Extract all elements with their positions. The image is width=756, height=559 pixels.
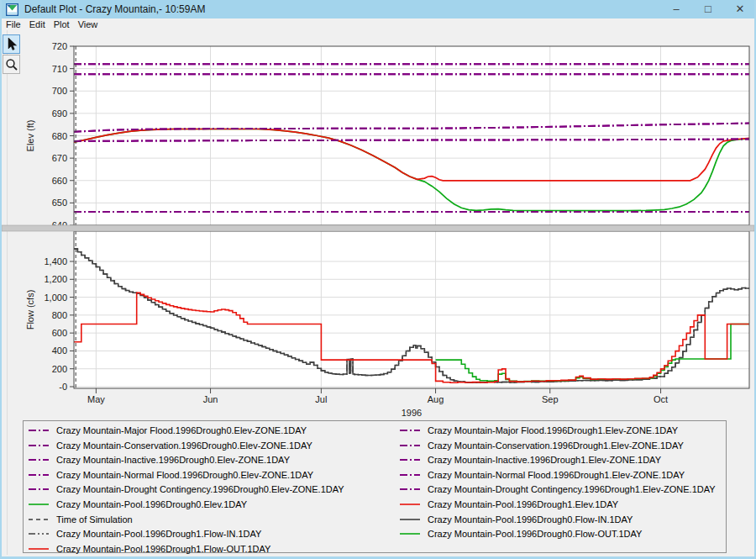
legend-glyph xyxy=(28,544,50,554)
y-tick-label: 700 xyxy=(52,86,67,96)
legend-glyph xyxy=(399,514,421,525)
legend-label: Crazy Mountain-Pool.1996Drough1.Flow-OUT… xyxy=(56,544,270,554)
legend-glyph xyxy=(399,425,421,435)
legend-label: Crazy Mountain-Inactive.1996Drough1.Elev… xyxy=(428,455,661,465)
close-button[interactable]: ✕ xyxy=(724,0,756,18)
y-tick-label: 660 xyxy=(52,176,67,186)
legend-item[interactable]: Crazy Mountain-Conservation.1996Drough1.… xyxy=(399,439,684,452)
legend-item[interactable]: Crazy Mountain-Pool.1996Drough0.Flow-IN.… xyxy=(399,513,633,526)
legend-glyph xyxy=(399,470,421,480)
y-tick-label: 600 xyxy=(52,328,67,338)
menu-bar: FileEditPlotView xyxy=(2,18,754,30)
y-axis-title-flow: Flow (cfs) xyxy=(25,290,35,330)
menu-item-plot[interactable]: Plot xyxy=(50,19,74,29)
legend-panel: Crazy Mountain-Major Flood.1996Drough0.E… xyxy=(23,420,727,553)
legend-label: Crazy Mountain-Inactive.1996Drough0.Elev… xyxy=(56,455,290,465)
legend-glyph xyxy=(28,440,50,451)
legend-glyph xyxy=(28,484,50,494)
legend-item[interactable]: Crazy Mountain-Pool.1996Drough0.Elev.1DA… xyxy=(28,498,247,511)
legend-item[interactable]: Time of Simulation xyxy=(28,513,133,526)
menu-item-view[interactable]: View xyxy=(74,19,102,29)
legend-label: Crazy Mountain-Major Flood.1996Drough0.E… xyxy=(56,425,307,435)
legend-label: Crazy Mountain-Pool.1996Drough1.Flow-IN.… xyxy=(56,529,261,539)
maximize-button[interactable]: □ xyxy=(692,0,724,18)
legend-glyph xyxy=(399,529,421,539)
chart-flow-panel: -02004006008001,0001,2001,400Flow (cfs) xyxy=(25,231,749,392)
legend-item[interactable]: Crazy Mountain-Inactive.1996Drough1.Elev… xyxy=(399,453,661,467)
legend-item[interactable]: Crazy Mountain-Pool.1996Drough0.Flow-OUT… xyxy=(399,527,642,541)
legend-glyph xyxy=(399,499,421,509)
legend-item[interactable]: Crazy Mountain-Major Flood.1996Drough0.E… xyxy=(28,424,307,437)
x-tick-label: Sep xyxy=(542,394,559,404)
y-tick-label: 1,200 xyxy=(44,274,67,284)
legend-glyph xyxy=(28,514,50,525)
y-tick-label: 1,000 xyxy=(44,293,67,303)
legend-label: Crazy Mountain-Pool.1996Drough0.Flow-OUT… xyxy=(428,529,642,539)
y-tick-label: 670 xyxy=(52,153,67,163)
legend-item[interactable]: Crazy Mountain-Pool.1996Drough1.Flow-IN.… xyxy=(28,527,261,541)
legend-item[interactable]: Crazy Mountain-Major Flood.1996Drough1.E… xyxy=(399,424,678,437)
legend-glyph xyxy=(28,529,50,539)
legend-item[interactable]: Crazy Mountain-Normal Flood.1996Drough0.… xyxy=(28,468,313,482)
legend-item[interactable]: Crazy Mountain-Drought Contingency.1996D… xyxy=(399,483,716,496)
y-tick-label: 400 xyxy=(52,345,67,356)
legend-label: Time of Simulation xyxy=(56,514,133,525)
y-tick-label: 690 xyxy=(52,108,67,119)
x-tick-label: Oct xyxy=(654,394,668,404)
legend-item[interactable]: Crazy Mountain-Normal Flood.1996Drough1.… xyxy=(399,468,685,482)
minimize-button[interactable]: – xyxy=(660,0,692,18)
window-title: Default Plot - Crazy Mountain,- 10:59AM xyxy=(24,3,205,15)
y-axis-title-elevation: Elev (ft) xyxy=(25,120,35,152)
x-tick-label: Jun xyxy=(203,394,218,404)
y-tick-label: 720 xyxy=(52,41,67,51)
legend-label: Crazy Mountain-Normal Flood.1996Drough0.… xyxy=(56,470,313,480)
y-tick-label: -0 xyxy=(59,382,67,392)
app-icon xyxy=(6,3,18,16)
y-tick-label: 710 xyxy=(52,64,67,74)
legend-label: Crazy Mountain-Major Flood.1996Drough1.E… xyxy=(428,425,678,435)
legend-glyph xyxy=(399,484,421,494)
y-tick-label: 680 xyxy=(52,131,67,141)
legend-item[interactable]: Crazy Mountain-Pool.1996Drough1.Flow-OUT… xyxy=(28,542,270,556)
window-controls: – □ ✕ xyxy=(660,0,756,18)
x-axis-title: 1996 xyxy=(402,408,422,418)
titlebar: Default Plot - Crazy Mountain,- 10:59AM … xyxy=(0,0,756,18)
legend-item[interactable]: Crazy Mountain-Drought Contingency.1996D… xyxy=(28,483,344,496)
legend-glyph xyxy=(28,425,50,435)
legend-item[interactable]: Crazy Mountain-Conservation.1996Drough0.… xyxy=(28,439,312,452)
y-tick-label: 200 xyxy=(52,364,67,374)
legend-label: Crazy Mountain-Normal Flood.1996Drough1.… xyxy=(428,470,685,480)
plot-window: Default Plot - Crazy Mountain,- 10:59AM … xyxy=(0,0,756,559)
legend-glyph xyxy=(28,499,50,509)
panel-divider[interactable] xyxy=(2,225,754,231)
window-border-left xyxy=(0,0,2,559)
x-tick-label: May xyxy=(87,394,105,404)
legend-label: Crazy Mountain-Pool.1996Drough1.Elev.1DA… xyxy=(428,499,618,509)
legend-glyph xyxy=(28,470,50,480)
x-tick-label: Aug xyxy=(428,394,444,404)
plot-canvas[interactable]: 640650660670680690700710720Elev (ft)-020… xyxy=(0,30,756,422)
legend-label: Crazy Mountain-Conservation.1996Drough1.… xyxy=(428,440,684,451)
legend-label: Crazy Mountain-Drought Contingency.1996D… xyxy=(56,484,344,494)
legend-glyph xyxy=(399,455,421,465)
chart-elevation-panel: 640650660670680690700710720Elev (ft) xyxy=(25,41,749,230)
legend-glyph xyxy=(399,440,421,451)
menu-item-edit[interactable]: Edit xyxy=(25,19,50,29)
y-tick-label: 650 xyxy=(52,198,67,208)
legend-label: Crazy Mountain-Drought Contingency.1996D… xyxy=(428,484,716,494)
legend-label: Crazy Mountain-Pool.1996Drough0.Elev.1DA… xyxy=(56,499,247,509)
y-tick-label: 800 xyxy=(52,310,67,320)
legend-item[interactable]: Crazy Mountain-Inactive.1996Drough0.Elev… xyxy=(28,453,290,467)
legend-label: Crazy Mountain-Conservation.1996Drough0.… xyxy=(56,440,312,451)
menu-item-file[interactable]: File xyxy=(2,19,25,29)
legend-label: Crazy Mountain-Pool.1996Drough0.Flow-IN.… xyxy=(428,514,633,525)
legend-glyph xyxy=(28,455,50,465)
y-tick-label: 1,400 xyxy=(44,256,67,266)
x-tick-label: Jul xyxy=(315,394,327,404)
legend-item[interactable]: Crazy Mountain-Pool.1996Drough1.Elev.1DA… xyxy=(399,498,618,511)
